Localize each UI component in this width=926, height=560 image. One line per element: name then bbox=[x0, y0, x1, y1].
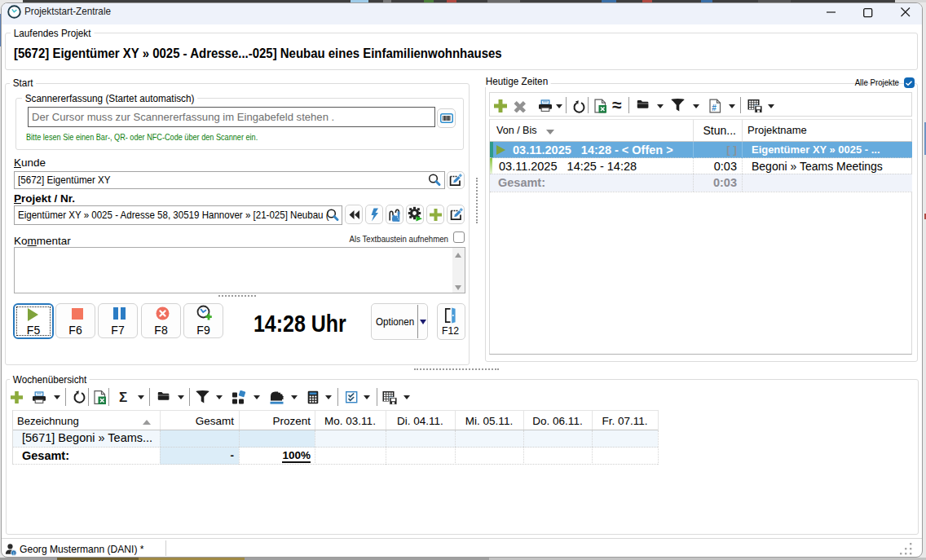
svg-text:#: # bbox=[712, 104, 717, 112]
